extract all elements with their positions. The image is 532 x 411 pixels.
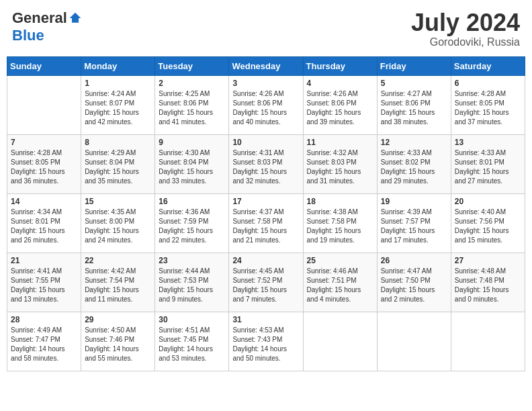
header-day-friday: Friday — [377, 56, 451, 75]
calendar-cell: 6Sunrise: 4:28 AM Sunset: 8:05 PM Daylig… — [451, 75, 525, 134]
calendar-cell: 24Sunrise: 4:45 AM Sunset: 7:52 PM Dayli… — [229, 253, 303, 312]
day-info: Sunrise: 4:34 AM Sunset: 8:01 PM Dayligh… — [11, 208, 77, 245]
calendar-cell: 29Sunrise: 4:50 AM Sunset: 7:46 PM Dayli… — [81, 312, 155, 371]
calendar-cell: 30Sunrise: 4:51 AM Sunset: 7:45 PM Dayli… — [155, 312, 229, 371]
header-day-thursday: Thursday — [303, 56, 377, 75]
day-info: Sunrise: 4:53 AM Sunset: 7:43 PM Dayligh… — [232, 326, 299, 363]
logo-general-text: General — [12, 9, 67, 27]
day-number: 25 — [307, 256, 373, 265]
header-day-tuesday: Tuesday — [155, 56, 229, 75]
day-info: Sunrise: 4:46 AM Sunset: 7:51 PM Dayligh… — [307, 267, 373, 304]
day-info: Sunrise: 4:38 AM Sunset: 7:58 PM Dayligh… — [307, 208, 373, 245]
logo-icon — [69, 11, 82, 25]
svg-marker-0 — [70, 13, 81, 23]
day-number: 21 — [11, 256, 77, 265]
calendar-cell: 13Sunrise: 4:33 AM Sunset: 8:01 PM Dayli… — [451, 134, 525, 193]
week-row-1: 1Sunrise: 4:24 AM Sunset: 8:07 PM Daylig… — [7, 75, 525, 134]
week-row-2: 7Sunrise: 4:28 AM Sunset: 8:05 PM Daylig… — [7, 134, 525, 193]
calendar-cell: 4Sunrise: 4:26 AM Sunset: 8:06 PM Daylig… — [303, 75, 377, 134]
day-info: Sunrise: 4:30 AM Sunset: 8:04 PM Dayligh… — [159, 148, 225, 186]
calendar-cell: 8Sunrise: 4:29 AM Sunset: 8:04 PM Daylig… — [81, 134, 155, 193]
day-number: 24 — [232, 256, 299, 265]
header-day-saturday: Saturday — [451, 56, 525, 75]
day-number: 30 — [159, 315, 225, 324]
calendar-cell: 20Sunrise: 4:40 AM Sunset: 7:56 PM Dayli… — [451, 193, 525, 253]
calendar-cell: 16Sunrise: 4:36 AM Sunset: 7:59 PM Dayli… — [155, 193, 229, 253]
header-row: SundayMondayTuesdayWednesdayThursdayFrid… — [7, 56, 525, 75]
day-info: Sunrise: 4:31 AM Sunset: 8:03 PM Dayligh… — [232, 148, 299, 186]
day-number: 3 — [232, 79, 299, 88]
page-header: General Blue July 2024 Gorodoviki, Russi… — [7, 7, 525, 51]
day-info: Sunrise: 4:33 AM Sunset: 8:02 PM Dayligh… — [381, 148, 447, 186]
day-number: 1 — [85, 79, 151, 88]
day-number: 5 — [381, 79, 447, 88]
calendar-cell: 21Sunrise: 4:41 AM Sunset: 7:55 PM Dayli… — [7, 253, 81, 312]
calendar-cell — [377, 312, 451, 371]
week-row-5: 28Sunrise: 4:49 AM Sunset: 7:47 PM Dayli… — [7, 312, 525, 371]
calendar-cell: 7Sunrise: 4:28 AM Sunset: 8:05 PM Daylig… — [7, 134, 81, 193]
day-number: 7 — [11, 138, 77, 147]
calendar-cell: 15Sunrise: 4:35 AM Sunset: 8:00 PM Dayli… — [81, 193, 155, 253]
day-number: 20 — [455, 197, 521, 206]
day-info: Sunrise: 4:27 AM Sunset: 8:06 PM Dayligh… — [381, 89, 447, 127]
day-info: Sunrise: 4:41 AM Sunset: 7:55 PM Dayligh… — [11, 267, 77, 304]
calendar-cell — [7, 75, 81, 134]
day-info: Sunrise: 4:35 AM Sunset: 8:00 PM Dayligh… — [85, 208, 151, 245]
day-info: Sunrise: 4:24 AM Sunset: 8:07 PM Dayligh… — [85, 89, 151, 127]
calendar-cell: 5Sunrise: 4:27 AM Sunset: 8:06 PM Daylig… — [377, 75, 451, 134]
location-subtitle: Gorodoviki, Russia — [411, 36, 520, 48]
day-info: Sunrise: 4:50 AM Sunset: 7:46 PM Dayligh… — [85, 326, 151, 363]
calendar-cell: 26Sunrise: 4:47 AM Sunset: 7:50 PM Dayli… — [377, 253, 451, 312]
day-info: Sunrise: 4:37 AM Sunset: 7:58 PM Dayligh… — [232, 208, 299, 245]
calendar-cell: 22Sunrise: 4:42 AM Sunset: 7:54 PM Dayli… — [81, 253, 155, 312]
day-info: Sunrise: 4:25 AM Sunset: 8:06 PM Dayligh… — [159, 89, 225, 127]
logo-blue-text: Blue — [12, 27, 44, 44]
day-info: Sunrise: 4:44 AM Sunset: 7:53 PM Dayligh… — [159, 267, 225, 304]
day-number: 8 — [85, 138, 151, 147]
calendar-cell: 12Sunrise: 4:33 AM Sunset: 8:02 PM Dayli… — [377, 134, 451, 193]
day-number: 27 — [455, 256, 521, 265]
day-info: Sunrise: 4:26 AM Sunset: 8:06 PM Dayligh… — [307, 89, 373, 127]
calendar-cell: 17Sunrise: 4:37 AM Sunset: 7:58 PM Dayli… — [229, 193, 303, 253]
calendar-cell: 28Sunrise: 4:49 AM Sunset: 7:47 PM Dayli… — [7, 312, 81, 371]
day-info: Sunrise: 4:32 AM Sunset: 8:03 PM Dayligh… — [307, 148, 373, 186]
calendar-cell: 25Sunrise: 4:46 AM Sunset: 7:51 PM Dayli… — [303, 253, 377, 312]
day-number: 31 — [232, 315, 299, 324]
day-info: Sunrise: 4:28 AM Sunset: 8:05 PM Dayligh… — [11, 148, 77, 186]
day-info: Sunrise: 4:48 AM Sunset: 7:48 PM Dayligh… — [455, 267, 521, 304]
calendar-cell — [451, 312, 525, 371]
month-year-title: July 2024 — [411, 9, 520, 36]
header-day-monday: Monday — [81, 56, 155, 75]
calendar-cell — [303, 312, 377, 371]
day-number: 14 — [11, 197, 77, 206]
day-number: 9 — [159, 138, 225, 147]
day-number: 28 — [11, 315, 77, 324]
calendar-cell: 2Sunrise: 4:25 AM Sunset: 8:06 PM Daylig… — [155, 75, 229, 134]
calendar-cell: 1Sunrise: 4:24 AM Sunset: 8:07 PM Daylig… — [81, 75, 155, 134]
day-number: 11 — [307, 138, 373, 147]
title-block: July 2024 Gorodoviki, Russia — [411, 9, 520, 48]
day-info: Sunrise: 4:47 AM Sunset: 7:50 PM Dayligh… — [381, 267, 447, 304]
calendar-cell: 27Sunrise: 4:48 AM Sunset: 7:48 PM Dayli… — [451, 253, 525, 312]
day-info: Sunrise: 4:33 AM Sunset: 8:01 PM Dayligh… — [455, 148, 521, 186]
calendar-cell: 18Sunrise: 4:38 AM Sunset: 7:58 PM Dayli… — [303, 193, 377, 253]
day-number: 22 — [85, 256, 151, 265]
day-info: Sunrise: 4:29 AM Sunset: 8:04 PM Dayligh… — [85, 148, 151, 186]
day-number: 18 — [307, 197, 373, 206]
calendar-cell: 11Sunrise: 4:32 AM Sunset: 8:03 PM Dayli… — [303, 134, 377, 193]
week-row-4: 21Sunrise: 4:41 AM Sunset: 7:55 PM Dayli… — [7, 253, 525, 312]
day-info: Sunrise: 4:39 AM Sunset: 7:57 PM Dayligh… — [381, 208, 447, 245]
day-number: 29 — [85, 315, 151, 324]
day-number: 16 — [159, 197, 225, 206]
calendar-cell: 14Sunrise: 4:34 AM Sunset: 8:01 PM Dayli… — [7, 193, 81, 253]
day-number: 19 — [381, 197, 447, 206]
day-info: Sunrise: 4:28 AM Sunset: 8:05 PM Dayligh… — [455, 89, 521, 127]
calendar-cell: 19Sunrise: 4:39 AM Sunset: 7:57 PM Dayli… — [377, 193, 451, 253]
calendar-table: SundayMondayTuesdayWednesdayThursdayFrid… — [7, 56, 525, 371]
day-info: Sunrise: 4:51 AM Sunset: 7:45 PM Dayligh… — [159, 326, 225, 363]
day-info: Sunrise: 4:36 AM Sunset: 7:59 PM Dayligh… — [159, 208, 225, 245]
calendar-cell: 3Sunrise: 4:26 AM Sunset: 8:06 PM Daylig… — [229, 75, 303, 134]
day-number: 6 — [455, 79, 521, 88]
day-number: 17 — [232, 197, 299, 206]
day-number: 4 — [307, 79, 373, 88]
